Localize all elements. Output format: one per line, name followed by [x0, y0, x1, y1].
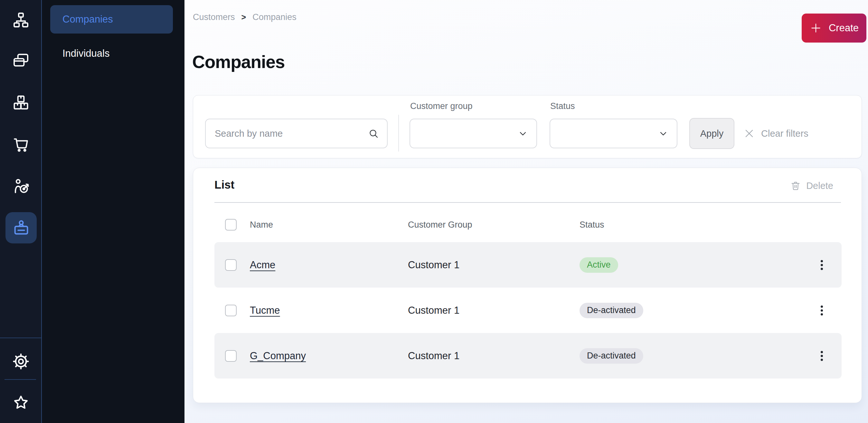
promotions-icon[interactable] [12, 177, 30, 195]
delete-label: Delete [806, 180, 833, 191]
trash-icon [790, 180, 801, 191]
secondary-sidebar: Companies Individuals [42, 0, 184, 423]
column-header-customer-group[interactable]: Customer Group [408, 220, 472, 230]
search-input[interactable] [206, 128, 368, 139]
status-badge: Active [580, 257, 618, 273]
sidebar-item-label: Individuals [62, 48, 110, 59]
status-select[interactable] [550, 119, 677, 148]
chevron-down-icon [518, 128, 528, 139]
delete-button[interactable]: Delete [790, 180, 833, 191]
filter-divider [398, 115, 399, 151]
kebab-menu-button[interactable] [817, 303, 826, 318]
filters-panel: Customer group Status Apply Clear fil [193, 95, 862, 158]
create-button[interactable]: Create [802, 13, 866, 43]
x-icon [743, 128, 755, 140]
customers-icon[interactable] [5, 212, 37, 244]
table-header-row: Name Customer Group Status [214, 215, 842, 234]
company-name-link[interactable]: Acme [250, 259, 275, 271]
icon-rail [0, 0, 42, 423]
sidebar-item-individuals[interactable]: Individuals [50, 39, 173, 68]
customer-group-select[interactable] [409, 119, 537, 148]
status-badge: De-activated [580, 348, 643, 364]
status-cell: De-activated [580, 348, 643, 364]
table-row: Tucme Customer 1 De-activated [214, 288, 842, 333]
customer-group-label: Customer group [410, 101, 473, 111]
sidebar-item-label: Companies [62, 13, 113, 25]
company-name-link[interactable]: G_Company [250, 350, 306, 362]
list-panel: List Delete Name Customer Group Status [193, 168, 862, 403]
main-content: Customers > Companies Create Companies C… [184, 0, 868, 423]
list-title: List [214, 178, 235, 191]
clear-filters-button[interactable]: Clear filters [743, 118, 808, 149]
search-icon[interactable] [368, 128, 379, 139]
app-root: Companies Individuals Customers > Compan… [0, 0, 868, 423]
row-checkbox[interactable] [225, 350, 237, 362]
column-header-name[interactable]: Name [250, 220, 273, 230]
column-header-status[interactable]: Status [580, 220, 604, 230]
select-all-checkbox[interactable] [225, 219, 237, 230]
breadcrumb-separator: > [242, 12, 246, 22]
status-label: Status [550, 101, 575, 111]
sitemap-icon[interactable] [12, 11, 30, 29]
status-badge: De-activated [580, 303, 643, 318]
table-row: Acme Customer 1 Active [214, 242, 842, 288]
kebab-menu-button[interactable] [817, 348, 826, 364]
payments-icon[interactable] [12, 51, 30, 69]
breadcrumb-companies[interactable]: Companies [252, 12, 297, 22]
customer-group-cell: Customer 1 [408, 259, 459, 271]
products-icon[interactable] [12, 93, 30, 111]
page-title: Companies [192, 52, 285, 72]
customer-group-cell: Customer 1 [408, 305, 459, 316]
breadcrumb-customers[interactable]: Customers [193, 12, 235, 22]
apply-button[interactable]: Apply [689, 118, 734, 149]
plus-icon [809, 22, 822, 34]
status-cell: Active [580, 257, 618, 273]
clear-filters-label: Clear filters [761, 128, 808, 139]
table-row: G_Company Customer 1 De-activated [214, 333, 842, 378]
list-divider [214, 202, 841, 203]
settings-icon[interactable] [12, 352, 30, 370]
rail-divider [0, 338, 41, 338]
chevron-down-icon [658, 128, 669, 139]
kebab-menu-button[interactable] [817, 257, 826, 273]
rail-divider [4, 379, 36, 380]
row-checkbox[interactable] [225, 305, 237, 316]
create-button-label: Create [829, 22, 859, 34]
search-field [205, 119, 388, 148]
cart-icon[interactable] [12, 135, 30, 153]
favorites-icon[interactable] [12, 394, 30, 412]
sidebar-item-companies[interactable]: Companies [50, 5, 173, 33]
row-checkbox[interactable] [225, 259, 237, 271]
company-name-link[interactable]: Tucme [250, 305, 280, 316]
breadcrumb: Customers > Companies [193, 12, 297, 22]
customer-group-cell: Customer 1 [408, 350, 459, 362]
status-cell: De-activated [580, 303, 643, 318]
